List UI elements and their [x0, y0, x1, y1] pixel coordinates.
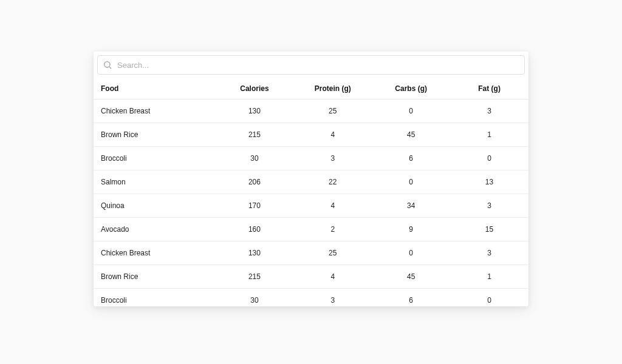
cell-fat: 0 — [450, 147, 528, 170]
cell-protein: 22 — [293, 170, 372, 194]
nutrition-table: Food Calories Protein (g) Carbs (g) Fat … — [94, 78, 528, 306]
cell-calories: 160 — [215, 218, 293, 241]
cell-calories: 30 — [215, 147, 293, 170]
cell-food: Quinoa — [94, 194, 215, 218]
cell-carbs: 45 — [372, 265, 450, 289]
col-carbs[interactable]: Carbs (g) — [372, 78, 450, 99]
cell-protein: 3 — [293, 147, 372, 170]
cell-carbs: 0 — [372, 170, 450, 194]
cell-calories: 170 — [215, 194, 293, 218]
cell-food: Brown Rice — [94, 123, 215, 147]
table-header-row: Food Calories Protein (g) Carbs (g) Fat … — [94, 78, 528, 99]
cell-food: Chicken Breast — [94, 241, 215, 265]
table-row[interactable]: Avocado1602915 — [94, 218, 528, 241]
cell-carbs: 45 — [372, 123, 450, 147]
cell-food: Chicken Breast — [94, 99, 215, 123]
cell-calories: 30 — [215, 289, 293, 307]
table-row[interactable]: Chicken Breast1302503 — [94, 241, 528, 265]
table-row[interactable]: Brown Rice2154451 — [94, 123, 528, 147]
cell-protein: 25 — [293, 99, 372, 123]
cell-food: Broccoli — [94, 147, 215, 170]
cell-protein: 4 — [293, 123, 372, 147]
cell-calories: 130 — [215, 99, 293, 123]
cell-carbs: 6 — [372, 147, 450, 170]
cell-calories: 215 — [215, 123, 293, 147]
cell-fat: 1 — [450, 265, 528, 289]
table-row[interactable]: Salmon20622013 — [94, 170, 528, 194]
col-calories[interactable]: Calories — [215, 78, 293, 99]
cell-fat: 1 — [450, 123, 528, 147]
cell-protein: 4 — [293, 265, 372, 289]
col-fat[interactable]: Fat (g) — [450, 78, 528, 99]
cell-carbs: 0 — [372, 99, 450, 123]
cell-carbs: 9 — [372, 218, 450, 241]
cell-fat: 13 — [450, 170, 528, 194]
cell-food: Broccoli — [94, 289, 215, 307]
table-row[interactable]: Broccoli30360 — [94, 147, 528, 170]
cell-calories: 215 — [215, 265, 293, 289]
search-input[interactable] — [117, 61, 519, 70]
cell-food: Brown Rice — [94, 265, 215, 289]
cell-fat: 0 — [450, 289, 528, 307]
table-row[interactable]: Chicken Breast1302503 — [94, 99, 528, 123]
cell-carbs: 0 — [372, 241, 450, 265]
col-protein[interactable]: Protein (g) — [293, 78, 372, 99]
cell-fat: 15 — [450, 218, 528, 241]
cell-protein: 2 — [293, 218, 372, 241]
table-row[interactable]: Quinoa1704343 — [94, 194, 528, 218]
table-row[interactable]: Broccoli30360 — [94, 289, 528, 307]
cell-protein: 4 — [293, 194, 372, 218]
nutrition-panel: Food Calories Protein (g) Carbs (g) Fat … — [94, 52, 528, 306]
cell-protein: 3 — [293, 289, 372, 307]
cell-carbs: 6 — [372, 289, 450, 307]
search-container — [94, 52, 528, 78]
search-field[interactable] — [97, 55, 525, 75]
cell-food: Salmon — [94, 170, 215, 194]
cell-fat: 3 — [450, 99, 528, 123]
svg-point-0 — [104, 62, 110, 67]
cell-food: Avocado — [94, 218, 215, 241]
cell-fat: 3 — [450, 241, 528, 265]
search-icon — [103, 60, 112, 70]
cell-carbs: 34 — [372, 194, 450, 218]
cell-calories: 130 — [215, 241, 293, 265]
col-food[interactable]: Food — [94, 78, 215, 99]
cell-calories: 206 — [215, 170, 293, 194]
cell-protein: 25 — [293, 241, 372, 265]
cell-fat: 3 — [450, 194, 528, 218]
svg-line-1 — [109, 67, 111, 69]
table-scroll[interactable]: Food Calories Protein (g) Carbs (g) Fat … — [94, 78, 528, 306]
table-row[interactable]: Brown Rice2154451 — [94, 265, 528, 289]
